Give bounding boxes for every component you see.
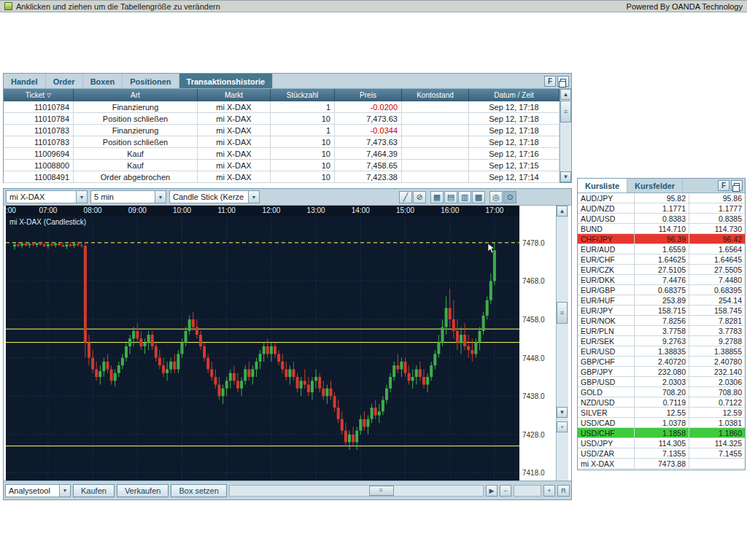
box-setzen-button[interactable]: Box setzen bbox=[171, 484, 226, 497]
quote-row[interactable]: EUR/JPY158.715158.745 bbox=[578, 306, 745, 316]
quote-row[interactable]: AUD/NZD1.17711.1777 bbox=[578, 203, 745, 214]
quote-row[interactable]: BUND114.710114.730 bbox=[578, 224, 745, 234]
column-preis[interactable]: Preis bbox=[335, 89, 402, 101]
cell-kontostand bbox=[402, 101, 469, 112]
cell-art: Kauf bbox=[74, 148, 198, 159]
chart-plot-area[interactable]: mi X-DAX (Candlestick) bbox=[6, 216, 519, 481]
quote-row[interactable]: EUR/GBP0.683750.68395 bbox=[578, 285, 745, 295]
tab-handel[interactable]: Handel bbox=[4, 74, 46, 88]
quote-row[interactable]: EUR/SEK9.27639.2788 bbox=[578, 336, 745, 346]
cell-kontostand bbox=[402, 171, 469, 182]
quote-row[interactable]: GBP/USD2.03032.0306 bbox=[578, 377, 745, 387]
quotes-table: AUD/JPY95.8295.86AUD/NZD1.17711.1777AUD/… bbox=[578, 193, 745, 469]
mouse-cursor bbox=[487, 244, 496, 254]
chart-zoom-out-button[interactable]: − bbox=[500, 485, 511, 497]
cell-ticket: 11009694 bbox=[4, 148, 74, 159]
quote-row[interactable]: CHF/JPY96.3996.42 bbox=[578, 234, 745, 244]
column-datum-zeit[interactable]: Datum / Zeit bbox=[469, 89, 560, 101]
chart-zoom-track[interactable] bbox=[514, 485, 541, 497]
tab-order[interactable]: Order bbox=[46, 74, 83, 88]
table-row[interactable]: 11008800Kaufmi X-DAX107,458.65Sep 12, 17… bbox=[4, 160, 560, 171]
quote-bid: 1.1771 bbox=[635, 203, 689, 213]
table-row[interactable]: 11010783Position schließenmi X-DAX107,47… bbox=[4, 136, 560, 148]
quote-pair: USD/JPY bbox=[578, 438, 635, 448]
cell-datum: Sep 12, 17:18 bbox=[469, 113, 560, 124]
restore-icon bbox=[734, 183, 740, 188]
analysetool-select[interactable]: Analysetool ▼ bbox=[5, 484, 71, 497]
fullscreen-button[interactable]: F bbox=[718, 180, 729, 191]
chart-scroll-up-button[interactable]: ▲ bbox=[557, 206, 568, 217]
quote-row[interactable]: mi X-DAX7473.88 bbox=[578, 459, 745, 469]
tab-positionen[interactable]: Positionen bbox=[123, 74, 179, 88]
column-markt[interactable]: Markt bbox=[198, 89, 271, 101]
grid-style-3-icon[interactable]: ▥ bbox=[458, 191, 471, 203]
table-row[interactable]: 11010784Position schließenmi X-DAX107,47… bbox=[4, 113, 560, 125]
restore-window-button[interactable] bbox=[557, 76, 569, 87]
table-row[interactable]: 11010783Finanzierungmi X-DAX1-0.0344Sep … bbox=[4, 125, 560, 136]
scroll-down-button[interactable]: ▼ bbox=[560, 171, 571, 182]
quote-row[interactable]: EUR/PLN3.77583.7783 bbox=[578, 326, 745, 336]
quote-row[interactable]: EUR/NOK7.82567.8281 bbox=[578, 316, 745, 326]
filter-icon[interactable]: ▽ bbox=[47, 92, 51, 98]
quote-row[interactable]: AUD/JPY95.8295.86 bbox=[578, 193, 745, 203]
quote-row[interactable]: AUD/USD0.83830.8385 bbox=[578, 214, 745, 224]
table-row[interactable]: 11009694Kaufmi X-DAX107,464.39Sep 12, 17… bbox=[4, 148, 560, 160]
chart-vscrollbar[interactable]: ▲ ≡ ▼ + bbox=[556, 206, 568, 481]
transactions-scrollbar[interactable]: ▲ ≡ ▼ bbox=[560, 89, 571, 182]
table-row[interactable]: 11010784Finanzierungmi X-DAX1-0.0200Sep … bbox=[4, 101, 560, 113]
chart-reset-button[interactable]: R bbox=[557, 485, 570, 497]
verkaufen-button[interactable]: Verkaufen bbox=[117, 484, 169, 497]
quote-pair: EUR/CZK bbox=[578, 265, 635, 274]
chart-type-select[interactable]: Candle Stick (Kerze ▼ bbox=[169, 190, 260, 203]
grid-style-4-icon[interactable]: ▩ bbox=[472, 191, 485, 203]
grid-style-1-icon[interactable]: ▦ bbox=[430, 191, 444, 203]
tab-kursfelder[interactable]: Kursfelder bbox=[627, 179, 683, 192]
quote-row[interactable]: SILVER12.5512.59 bbox=[578, 408, 745, 418]
grid-style-2-icon[interactable]: ▤ bbox=[444, 191, 457, 203]
quote-row[interactable]: USD/CAD1.03781.0381 bbox=[578, 418, 745, 428]
kaufen-button[interactable]: Kaufen bbox=[73, 484, 115, 497]
scroll-up-button[interactable]: ▲ bbox=[560, 89, 571, 100]
quote-row[interactable]: GBP/JPY232.080232.140 bbox=[578, 367, 745, 377]
erase-drawings-tool-icon[interactable]: ⊘ bbox=[413, 191, 426, 203]
chart-scroll-right-button[interactable]: ▶ bbox=[486, 485, 498, 497]
cell-datum: Sep 12, 17:14 bbox=[469, 171, 560, 182]
fullscreen-button[interactable]: F bbox=[544, 76, 556, 87]
chart-scroll-down-button[interactable]: ▼ bbox=[557, 407, 568, 418]
crosshair-toggle-icon[interactable]: ◎ bbox=[489, 191, 503, 203]
column-kontostand[interactable]: Kontostand bbox=[402, 89, 469, 101]
chart-hscrollbar[interactable]: ≡ bbox=[229, 485, 484, 497]
draw-line-tool-icon[interactable]: ╱ bbox=[399, 191, 412, 203]
quote-row[interactable]: EUR/DKK7.44767.4480 bbox=[578, 275, 745, 285]
quote-bid: 0.8383 bbox=[635, 214, 689, 223]
quote-row[interactable]: EUR/USD1.388351.38855 bbox=[578, 346, 745, 357]
quote-ask: 7.1455 bbox=[689, 448, 745, 458]
column-ticket[interactable]: Ticket ▽ bbox=[4, 89, 74, 101]
quote-row[interactable]: USD/ZAR7.13557.1455 bbox=[578, 448, 745, 459]
chart-hscroll-thumb[interactable]: ≡ bbox=[369, 486, 394, 496]
chart-zoom-in-button[interactable]: + bbox=[543, 485, 555, 497]
quote-row[interactable]: EUR/CHF1.646251.64645 bbox=[578, 254, 745, 265]
restore-window-button[interactable] bbox=[731, 180, 743, 191]
quote-row[interactable]: GOLD708.20708.80 bbox=[578, 387, 745, 397]
tab-transaktionshistorie[interactable]: Transaktionshistorie bbox=[179, 74, 274, 88]
tab-boxen[interactable]: Boxen bbox=[83, 74, 123, 88]
quote-row[interactable]: GBP/CHF2.407202.40780 bbox=[578, 357, 745, 367]
pointer-toggle-icon[interactable]: ⊙ bbox=[503, 191, 516, 203]
chart-zoom-in-vertical-button[interactable]: + bbox=[557, 421, 568, 432]
quote-row[interactable]: USD/CHF1.18581.1860 bbox=[578, 428, 745, 438]
interval-select[interactable]: 5 min ▼ bbox=[90, 190, 166, 203]
tab-kursliste[interactable]: Kursliste bbox=[578, 179, 627, 192]
quote-row[interactable]: EUR/AUD1.65591.6564 bbox=[578, 244, 745, 254]
quote-row[interactable]: NZD/USD0.71190.7122 bbox=[578, 397, 745, 408]
scrollbar-thumb[interactable]: ≡ bbox=[560, 101, 571, 122]
quote-row[interactable]: EUR/HUF253.89254.14 bbox=[578, 295, 745, 306]
quote-row[interactable]: USD/JPY114.305114.325 bbox=[578, 438, 745, 448]
table-row[interactable]: 11008491Order abgebrochenmi X-DAX107,423… bbox=[4, 171, 560, 183]
quote-row[interactable]: EUR/CZK27.510527.5505 bbox=[578, 265, 745, 275]
column-art[interactable]: Art bbox=[74, 89, 198, 101]
market-select[interactable]: mi X-DAX ▼ bbox=[6, 190, 88, 203]
quote-bid: 0.7119 bbox=[635, 397, 689, 407]
chart-vscroll-thumb[interactable]: ≡ bbox=[557, 302, 568, 324]
column-stueckzahl[interactable]: Stückzahl bbox=[271, 89, 335, 101]
